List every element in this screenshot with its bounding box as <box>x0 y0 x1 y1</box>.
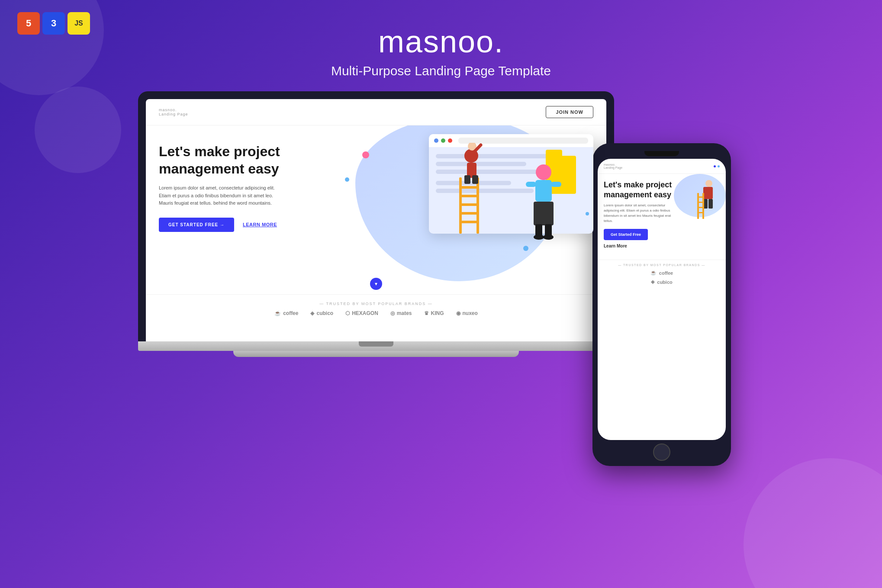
svg-rect-14 <box>535 180 552 202</box>
laptop-nav: masnoo. Landing Page JOIN NOW <box>146 99 606 125</box>
laptop-screen-outer: masnoo. Landing Page JOIN NOW Let's make… <box>138 91 614 341</box>
phone-notch <box>644 151 679 156</box>
brand-nuxeo: ◉nuxeo <box>456 310 478 316</box>
svg-rect-18 <box>535 224 542 236</box>
phone-hero-title: Let's make project management easy <box>604 180 679 199</box>
get-started-button[interactable]: GET STARTED FREE → <box>159 218 234 232</box>
svg-rect-30 <box>697 207 704 208</box>
html5-badge: 5 <box>17 12 40 35</box>
tech-badges: 5 3 JS <box>17 12 90 35</box>
brand-logos-list: ☕coffee ◈cubico ⬡HEXAGON ◎mates ♛KING ◉n… <box>155 310 598 316</box>
scroll-down-indicator[interactable]: ▾ <box>370 278 382 290</box>
phone-brand-coffee: ☕ coffee <box>601 270 722 276</box>
hero-title: Let's make project management easy <box>159 143 341 177</box>
svg-rect-16 <box>551 182 561 187</box>
css3-badge: 3 <box>42 12 65 35</box>
brand-king: ♛KING <box>424 310 444 316</box>
laptop-mockup: masnoo. Landing Page JOIN NOW Let's make… <box>138 91 614 357</box>
svg-rect-12 <box>472 175 478 184</box>
hero-buttons: GET STARTED FREE → LEARN MORE <box>159 218 341 232</box>
browser-dot-green <box>441 138 445 143</box>
phone-get-started-button[interactable]: Get Started Free <box>604 229 648 240</box>
svg-rect-6 <box>459 221 479 223</box>
phone-outer: masnoo. Landing Page <box>592 143 731 466</box>
learn-more-link[interactable]: LEARN MORE <box>243 222 277 227</box>
browser-dot-blue <box>434 138 438 143</box>
laptop-logo: masnoo. Landing Page <box>159 108 188 116</box>
svg-rect-5 <box>459 212 479 215</box>
figure-ladder-person <box>451 143 489 238</box>
hero-left: Let's make project management easy Lorem… <box>146 125 354 294</box>
phone-nav-dots <box>714 165 720 167</box>
phone-home-button[interactable] <box>653 443 670 461</box>
brand-cubico: ◈cubico <box>310 310 333 316</box>
brand-coffee: ☕coffee <box>274 310 298 316</box>
figure-standing-person <box>524 160 563 255</box>
svg-point-22 <box>705 180 712 187</box>
svg-rect-28 <box>697 196 704 198</box>
phone-mockup: masnoo. Landing Page <box>592 143 731 466</box>
js-badge: JS <box>68 12 90 35</box>
laptop-notch <box>359 341 393 347</box>
hero-description: Lorem ipsum dolor sit amet, consectetur … <box>159 184 341 207</box>
phone-hero-description: Lorem ipsum dolor sit amet, consectetur … <box>604 203 679 224</box>
join-now-button[interactable]: JOIN NOW <box>546 106 593 118</box>
phone-trusted-section: — TRUSTED BY MOST POPULAR BRANDS — ☕ cof… <box>598 260 726 292</box>
deco-dot-blue-3 <box>586 212 589 215</box>
phone-learn-more-link[interactable]: Learn More <box>604 244 720 248</box>
phone-figure <box>694 180 720 223</box>
laptop-base <box>138 341 614 351</box>
svg-rect-11 <box>464 175 470 184</box>
phone-logo: masnoo. Landing Page <box>604 163 622 169</box>
svg-rect-4 <box>459 203 479 206</box>
browser-dot-red <box>448 138 452 143</box>
brand-mates: ◎mates <box>390 310 412 316</box>
svg-rect-17 <box>534 202 554 225</box>
svg-rect-31 <box>697 212 704 213</box>
page-title: masnoo. <box>331 24 551 59</box>
svg-rect-3 <box>459 195 479 197</box>
svg-rect-24 <box>708 199 713 209</box>
page-subtitle: Multi-Purpose Landing Page Template <box>331 64 551 78</box>
laptop-foot <box>233 351 519 357</box>
svg-rect-29 <box>697 202 704 203</box>
trusted-title: — TRUSTED BY MOST POPULAR BRANDS — <box>155 302 598 306</box>
phone-notch-bar <box>598 148 726 159</box>
deco-dot-pink <box>362 151 369 158</box>
phone-trusted-title: — TRUSTED BY MOST POPULAR BRANDS — <box>601 263 722 267</box>
phone-nav: masnoo. Landing Page <box>598 159 726 174</box>
svg-point-20 <box>534 235 544 240</box>
svg-rect-15 <box>526 182 536 187</box>
phone-hero: Let's make project management easy Lorem… <box>598 174 726 260</box>
laptop-hero: Let's make project management easy Lorem… <box>146 125 606 294</box>
svg-point-13 <box>536 164 551 180</box>
svg-rect-23 <box>703 187 713 199</box>
devices-container: masnoo. Landing Page JOIN NOW Let's make… <box>138 91 744 546</box>
laptop-screen-inner: masnoo. Landing Page JOIN NOW Let's make… <box>146 99 606 341</box>
deco-dot-blue-1 <box>345 177 349 182</box>
svg-point-21 <box>543 235 554 240</box>
phone-brand-cubico: ◈ cubico <box>601 279 722 285</box>
page-title-area: masnoo. Multi-Purpose Landing Page Templ… <box>331 24 551 78</box>
svg-rect-19 <box>545 224 552 236</box>
phone-screen: masnoo. Landing Page <box>598 159 726 440</box>
trusted-brands-section: — TRUSTED BY MOST POPULAR BRANDS — ☕coff… <box>146 294 606 321</box>
brand-hexagon: ⬡HEXAGON <box>345 310 378 316</box>
folder-tab <box>546 150 562 157</box>
svg-rect-2 <box>459 186 479 189</box>
